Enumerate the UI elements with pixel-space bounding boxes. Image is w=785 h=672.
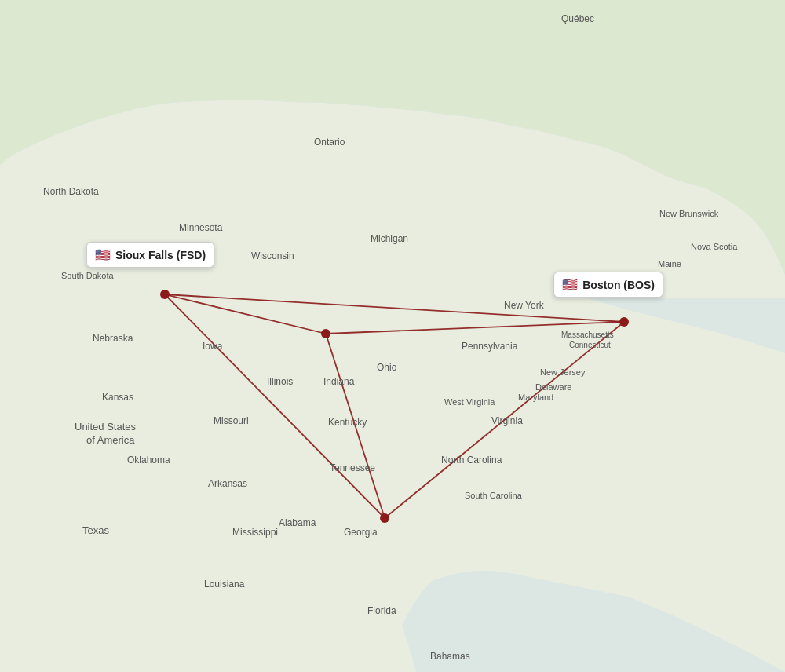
svg-point-13 (619, 317, 629, 327)
svg-text:Kentucky: Kentucky (328, 417, 367, 428)
bos-label-text: Boston (BOS) (582, 279, 655, 291)
svg-point-12 (160, 290, 170, 299)
svg-text:Massachusetts: Massachusetts (561, 331, 614, 339)
svg-point-15 (380, 513, 389, 523)
svg-text:Virginia: Virginia (491, 415, 523, 426)
svg-text:Nova Scotia: Nova Scotia (691, 242, 738, 251)
svg-text:Wisconsin: Wisconsin (251, 250, 294, 261)
svg-text:Georgia: Georgia (344, 527, 378, 538)
svg-text:North Dakota: North Dakota (43, 186, 99, 197)
svg-text:Nebraska: Nebraska (93, 333, 133, 344)
svg-text:Bahamas: Bahamas (430, 651, 470, 662)
svg-text:Ohio: Ohio (377, 362, 397, 373)
svg-text:Missouri: Missouri (214, 415, 249, 426)
svg-text:South Carolina: South Carolina (465, 491, 523, 500)
airport-label-fsd: 🇺🇸 Sioux Falls (FSD) (86, 242, 214, 268)
fsd-label-text: Sioux Falls (FSD) (115, 249, 206, 261)
airport-label-bos: 🇺🇸 Boston (BOS) (553, 272, 663, 298)
svg-text:Illinois: Illinois (267, 376, 293, 387)
svg-text:Iowa: Iowa (203, 341, 223, 352)
map-container: Québec Ontario New Brunswick Nova Scotia… (0, 0, 785, 672)
svg-text:Québec: Québec (561, 13, 594, 24)
svg-text:Florida: Florida (367, 605, 396, 616)
svg-text:Connecticut: Connecticut (569, 341, 611, 349)
fsd-flag: 🇺🇸 (95, 247, 111, 262)
svg-text:New Brunswick: New Brunswick (659, 209, 719, 218)
svg-text:Alabama: Alabama (279, 517, 316, 528)
svg-text:West Virginia: West Virginia (444, 397, 495, 407)
svg-text:Texas: Texas (82, 524, 109, 536)
svg-text:Indiana: Indiana (323, 376, 355, 387)
svg-text:Ontario: Ontario (314, 137, 345, 148)
svg-text:Mississippi: Mississippi (232, 527, 278, 538)
svg-text:Oklahoma: Oklahoma (127, 455, 170, 466)
svg-text:Maryland: Maryland (518, 393, 553, 402)
svg-text:Pennsylvania: Pennsylvania (462, 341, 518, 352)
bos-flag: 🇺🇸 (562, 277, 578, 292)
svg-point-14 (321, 329, 330, 338)
svg-text:United States: United States (75, 421, 137, 433)
svg-text:Michigan: Michigan (371, 233, 408, 244)
svg-text:Arkansas: Arkansas (208, 478, 247, 489)
svg-text:Maine: Maine (658, 259, 681, 268)
map-svg: Québec Ontario New Brunswick Nova Scotia… (0, 0, 785, 672)
svg-text:Louisiana: Louisiana (204, 579, 245, 590)
svg-text:Delaware: Delaware (535, 382, 571, 392)
svg-text:Minnesota: Minnesota (179, 222, 223, 233)
svg-text:of America: of America (86, 434, 135, 446)
svg-text:New Jersey: New Jersey (540, 367, 586, 377)
svg-text:Tennessee: Tennessee (330, 462, 375, 473)
svg-text:Kansas: Kansas (102, 392, 133, 403)
svg-text:South Dakota: South Dakota (61, 271, 115, 280)
svg-text:North Carolina: North Carolina (441, 455, 502, 466)
svg-text:New York: New York (504, 300, 545, 311)
